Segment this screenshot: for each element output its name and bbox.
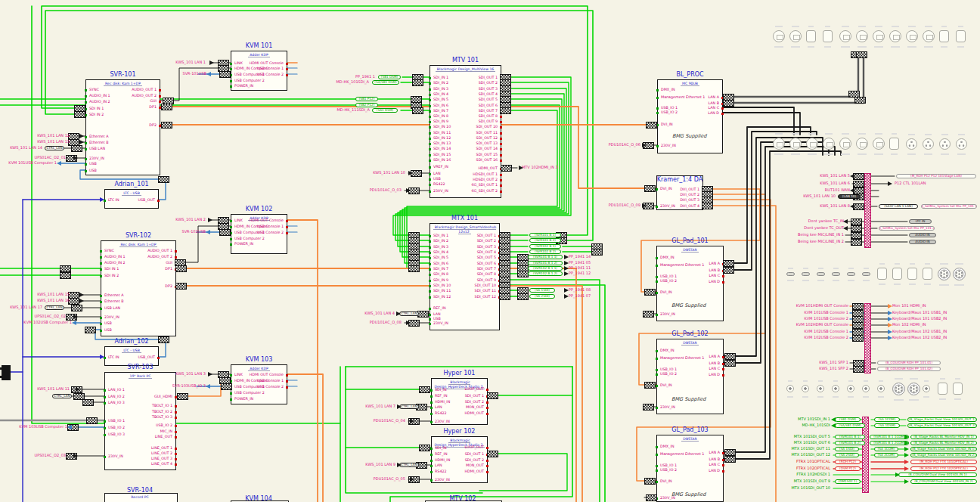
blank-panel-connector[interactable] bbox=[938, 383, 947, 395]
device-kvm-101[interactable]: Adder KDPLINKHDMI_IN ComputerUSB Compute… bbox=[231, 51, 287, 91]
ethercon-connector[interactable] bbox=[856, 30, 868, 42]
device-svr-103[interactable]: 19" Rack PCLAN_IO 1LAN_IO 2LAN_IO 3USB_I… bbox=[104, 372, 176, 470]
ethercon-connector[interactable] bbox=[889, 30, 901, 42]
ethercon-connector[interactable] bbox=[906, 30, 918, 42]
port-label: HDMI_OUT bbox=[465, 412, 484, 416]
bnc-connector[interactable] bbox=[862, 385, 870, 392]
bnc-connector[interactable] bbox=[923, 385, 930, 392]
port-tick-in bbox=[656, 314, 658, 316]
wire[interactable] bbox=[287, 220, 318, 502]
port-tick-in bbox=[100, 256, 102, 259]
wire[interactable] bbox=[723, 53, 858, 97]
device-kvm-102[interactable]: Adder KDPLINKHDMI_IN ComputerUSB Compute… bbox=[231, 214, 287, 254]
hdmi-panel-connector[interactable] bbox=[862, 272, 870, 276]
device-title: Hyper 102 bbox=[444, 429, 476, 435]
blank-panel-connector[interactable] bbox=[953, 383, 963, 395]
ethercon-connector[interactable] bbox=[839, 30, 851, 42]
device-svr-101[interactable]: Rec disk: Kam 1+DPSYNCAUDIO_IN 1AUDIO_IN… bbox=[85, 79, 160, 175]
device-hyper-101[interactable]: Blackmagic Design_HyperDeck Studio 2SDI_… bbox=[431, 378, 488, 425]
wire[interactable] bbox=[500, 285, 605, 502]
device-mtx-101[interactable]: Blackmagic Design_SmartVideohub 12x12SDI… bbox=[430, 223, 500, 330]
ethercon-connector[interactable] bbox=[773, 30, 785, 42]
ethercon-connector[interactable] bbox=[823, 138, 835, 150]
wire-label: KWS_101 LAN 14 bbox=[10, 146, 42, 150]
wire[interactable] bbox=[723, 53, 864, 103]
bnc-connector[interactable] bbox=[817, 385, 824, 392]
device-kvm-103[interactable]: Adder KDPLINKHDMI_IN ComputerUSB Compute… bbox=[231, 364, 287, 404]
xlr-connector[interactable] bbox=[939, 138, 951, 150]
port-label: SDI_OUT 2 bbox=[465, 401, 484, 404]
bnc-connector[interactable] bbox=[786, 385, 794, 392]
device-subtitle: Blackmagic Design_SmartVideohub 12x12 bbox=[430, 225, 499, 234]
wire-label: MTV 102HDMI_IN 3 bbox=[522, 166, 558, 169]
hdmi-panel-connector[interactable] bbox=[832, 272, 840, 276]
ethercon-connector[interactable] bbox=[856, 138, 868, 150]
wire[interactable] bbox=[500, 280, 600, 502]
ethercon-connector[interactable] bbox=[873, 138, 885, 150]
port-tick-out bbox=[500, 116, 502, 118]
xlr-connector[interactable] bbox=[956, 138, 967, 150]
multipin-connector[interactable] bbox=[907, 383, 920, 395]
ltc-plug-connector[interactable] bbox=[2, 365, 11, 380]
hdmi-panel-connector[interactable] bbox=[802, 272, 810, 276]
hdmi-panel-connector[interactable] bbox=[847, 272, 855, 276]
ethercon-connector[interactable] bbox=[806, 138, 818, 150]
port-label: DVI_OUT 1 bbox=[681, 188, 700, 192]
device-gl-pad-101[interactable]: DBSTARDMX_INManagement Ethernet 1USB_IO … bbox=[656, 246, 724, 321]
ethercon-connector[interactable] bbox=[789, 138, 802, 150]
hdmi-panel-connector[interactable] bbox=[786, 272, 795, 276]
device-hyper-102[interactable]: Blackmagic Design_HyperDeck Studio 2SDI_… bbox=[431, 436, 488, 483]
port-label: USB Computer 2 bbox=[234, 79, 265, 83]
bnc-connector[interactable] bbox=[832, 385, 839, 392]
multipin-connector[interactable] bbox=[953, 268, 966, 280]
ethercon-connector[interactable] bbox=[839, 138, 851, 150]
xlr-connector[interactable] bbox=[906, 138, 917, 150]
ethercon-connector[interactable] bbox=[773, 138, 785, 150]
cable-break-mark bbox=[161, 122, 172, 129]
bnc-connector[interactable] bbox=[877, 385, 885, 392]
cable-break-mark bbox=[68, 298, 79, 305]
blank-panel-connector[interactable] bbox=[923, 268, 932, 280]
blank-panel-connector[interactable] bbox=[939, 30, 949, 42]
blank-panel-connector[interactable] bbox=[877, 268, 887, 280]
device-svr-102[interactable]: Rec disk: Kam 1+DPSYNCAUDIO_IN 1AUDIO_IN… bbox=[101, 240, 176, 336]
port-tick-in bbox=[230, 398, 232, 401]
hdmi-panel-connector[interactable] bbox=[817, 272, 825, 276]
ethercon-connector[interactable] bbox=[923, 30, 935, 42]
blank-panel-connector[interactable] bbox=[806, 30, 816, 42]
bnc-connector[interactable] bbox=[847, 385, 854, 392]
device-mtv-101[interactable]: Blackmagic Design_MultiView 16SDI_IN 1SD… bbox=[430, 65, 501, 198]
ethercon-connector[interactable] bbox=[873, 30, 885, 42]
port-tick-in bbox=[429, 110, 431, 113]
device-bl-proc[interactable]: MC 90UBDMX_INManagement Ethernet 1USB_IO… bbox=[657, 79, 723, 153]
blank-panel-connector[interactable] bbox=[892, 268, 902, 280]
blank-panel-connector[interactable] bbox=[907, 268, 917, 280]
wire-label: KWS_101 LAN 1 bbox=[175, 60, 206, 64]
blank-panel-connector[interactable] bbox=[823, 30, 833, 42]
wire[interactable] bbox=[479, 454, 567, 491]
port-label: USB Console 1 bbox=[257, 67, 284, 71]
device-adrian-101[interactable]: LTC - USBLTC INUSB_OUT bbox=[104, 189, 159, 209]
port-label: REF_IN bbox=[433, 307, 446, 311]
multipin-connector[interactable] bbox=[892, 383, 905, 395]
cable-break-mark bbox=[412, 79, 423, 86]
bnc-connector[interactable] bbox=[802, 385, 809, 392]
port-label: HDMI_OUT bbox=[465, 470, 484, 474]
port-tick-out bbox=[175, 417, 177, 419]
cable-break-mark bbox=[517, 293, 529, 300]
device-gl-pad-102[interactable]: DBSTARDMX_INManagement Ethernet 1USB_IO … bbox=[656, 339, 724, 414]
xlr-connector[interactable] bbox=[923, 138, 934, 150]
wire-label: PDU101AC_O_04 bbox=[374, 419, 405, 423]
wire-arrow bbox=[850, 188, 854, 193]
port-label: AUDIO_IN 2 bbox=[104, 262, 126, 265]
wire[interactable] bbox=[724, 147, 835, 452]
blank-panel-connector[interactable] bbox=[889, 138, 899, 150]
port-label: USB Console 2 bbox=[257, 386, 284, 389]
multipin-connector[interactable] bbox=[938, 268, 951, 280]
ethercon-connector[interactable] bbox=[789, 30, 802, 42]
wire[interactable] bbox=[160, 107, 656, 188]
blank-panel-connector[interactable] bbox=[956, 30, 966, 42]
wire-arrow bbox=[850, 174, 854, 178]
wire[interactable] bbox=[723, 107, 794, 135]
wire[interactable] bbox=[32, 6, 340, 423]
